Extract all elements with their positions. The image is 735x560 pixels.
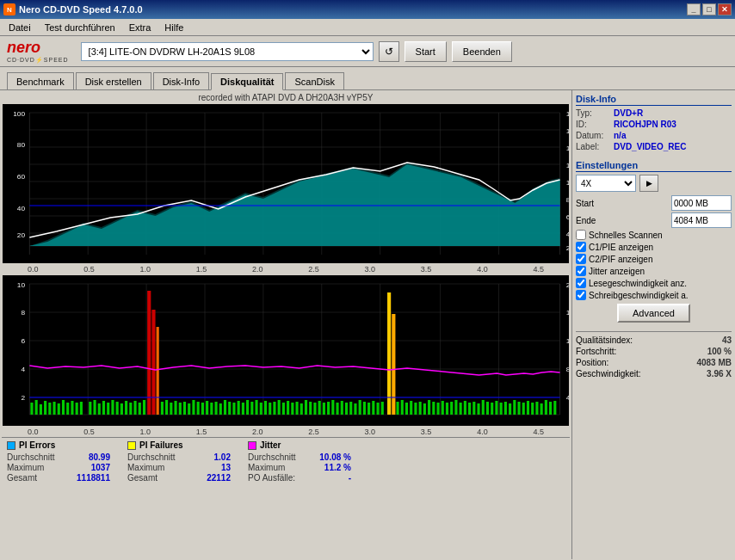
drive-select[interactable]: [3:4] LITE-ON DVDRW LH-20A1S 9L08	[81, 42, 374, 61]
menu-extra[interactable]: Extra	[124, 22, 157, 34]
speed-select[interactable]: 4X 2X 8X	[576, 175, 636, 192]
beenden-button[interactable]: Beenden	[452, 41, 512, 62]
position-row: Position: 4083 MB	[576, 358, 732, 367]
tab-disk-erstellen[interactable]: Disk erstellen	[76, 72, 151, 89]
disk-id-row: ID: RICOHJPN R03	[576, 120, 732, 129]
svg-rect-66	[89, 402, 91, 415]
checkbox-c2pif-input[interactable]	[576, 254, 586, 264]
svg-rect-169	[553, 401, 556, 415]
svg-rect-168	[549, 402, 552, 415]
main-content: recorded with ATAPI DVD A DH20A3H vYP5Y	[0, 89, 735, 559]
svg-rect-65	[80, 402, 83, 415]
svg-rect-82	[161, 402, 164, 415]
disk-id-value: RICOHJPN R03	[614, 120, 676, 129]
ende-input[interactable]	[671, 212, 732, 228]
jitter-group: Jitter Durchschnitt 10.08 % Maximum 11.2…	[248, 440, 351, 503]
svg-rect-92	[206, 401, 208, 415]
pi-failures-group: PI Failures Durchschnitt 1.02 Maximum 13…	[127, 440, 231, 503]
pi-errors-group: PI Errors Durchschnitt 80.99 Maximum 103…	[7, 440, 110, 503]
jitter-durchschnitt: Durchschnitt 10.08 %	[248, 452, 351, 462]
menu-test[interactable]: Test durchführen	[40, 22, 120, 34]
start-button[interactable]: Start	[405, 41, 447, 62]
svg-text:40: 40	[17, 205, 26, 212]
checkbox-jitter-input[interactable]	[576, 266, 586, 276]
checkbox-lese: Lesegeschwindigkeit anz.	[576, 278, 732, 288]
jitter-label: Jitter	[260, 440, 281, 450]
checkbox-c2pif: C2/PIF anzeigen	[576, 254, 732, 264]
ende-label: Ende	[576, 216, 596, 225]
checkbox-schreib-input[interactable]	[576, 290, 586, 300]
svg-rect-54	[30, 403, 33, 415]
svg-rect-85	[174, 401, 176, 415]
svg-text:2: 2	[566, 244, 569, 252]
svg-rect-67	[93, 400, 96, 415]
checkbox-lese-label: Lesegeschwindigkeit anz.	[589, 279, 687, 288]
svg-rect-98	[232, 403, 235, 415]
svg-rect-148	[460, 403, 462, 415]
start-input[interactable]	[671, 195, 732, 211]
svg-rect-68	[98, 403, 101, 415]
speed-apply-btn[interactable]: ▶	[639, 175, 658, 192]
advanced-button[interactable]: Advanced	[617, 304, 690, 323]
svg-rect-151	[472, 402, 475, 415]
svg-rect-87	[183, 402, 186, 415]
checkbox-schnell-label: Schnelles Scannen	[589, 231, 663, 240]
chart-title: recorded with ATAPI DVD A DH20A3H vYP5Y	[2, 92, 570, 103]
svg-rect-156	[495, 401, 497, 415]
app-title: Nero CD-DVD Speed 4.7.0.0	[19, 4, 143, 15]
svg-rect-103	[255, 400, 257, 415]
svg-rect-100	[242, 403, 244, 415]
svg-rect-154	[486, 402, 489, 415]
svg-rect-145	[446, 403, 448, 415]
svg-rect-122	[331, 400, 334, 415]
svg-rect-167	[545, 400, 547, 415]
fortschritt-row: Fortschritt: 100 %	[576, 347, 732, 356]
disk-label-row: Label: DVD_VIDEO_REC	[576, 142, 732, 151]
checkbox-lese-input[interactable]	[576, 278, 586, 288]
menu-hilfe[interactable]: Hilfe	[159, 22, 188, 34]
svg-rect-56	[40, 404, 42, 415]
disk-id-label: ID:	[576, 120, 610, 129]
checkbox-c1pie-input[interactable]	[576, 242, 586, 252]
disk-typ-value: DVD+R	[614, 108, 643, 118]
svg-rect-117	[318, 401, 321, 415]
svg-rect-71	[111, 400, 114, 415]
svg-text:4: 4	[21, 366, 25, 373]
tab-disk-info[interactable]: Disk-Info	[153, 72, 209, 89]
svg-rect-58	[48, 403, 51, 415]
tab-scandisk[interactable]: ScanDisk	[285, 72, 343, 89]
svg-rect-132	[376, 403, 379, 415]
minimize-button[interactable]: _	[687, 3, 701, 15]
svg-rect-111	[291, 403, 293, 415]
svg-rect-141	[428, 400, 430, 415]
svg-rect-109	[282, 403, 285, 415]
tab-diskqualitat[interactable]: Diskqualität	[211, 73, 283, 90]
checkbox-c1pie-label: C1/PIE anzeigen	[589, 243, 653, 252]
close-button[interactable]: ✕	[718, 3, 732, 15]
qualitaetsindex-row: Qualitätsindex: 43	[576, 335, 732, 345]
checkbox-schreib: Schreibgeschwindigkeit a.	[576, 290, 732, 300]
svg-rect-79	[147, 291, 151, 415]
svg-rect-88	[188, 403, 190, 415]
toolbar: nero CD·DVD⚡SPEED [3:4] LITE-ON DVDRW LH…	[0, 36, 735, 67]
svg-rect-129	[363, 402, 366, 415]
disk-typ-row: Typ: DVD+R	[576, 108, 732, 118]
refresh-button[interactable]: ↺	[379, 41, 399, 62]
svg-rect-81	[157, 327, 159, 415]
svg-rect-130	[368, 403, 370, 415]
svg-rect-121	[327, 402, 330, 415]
checkbox-schnell-input[interactable]	[576, 230, 586, 240]
maximize-button[interactable]: □	[702, 3, 716, 15]
settings-section: Einstellungen 4X 2X 8X ▶ Start Ende	[576, 160, 732, 326]
menu-datei[interactable]: Datei	[3, 22, 36, 34]
svg-rect-159	[509, 403, 511, 415]
jitter-header: Jitter	[248, 440, 351, 450]
svg-rect-118	[323, 403, 325, 415]
tab-benchmark[interactable]: Benchmark	[7, 72, 74, 89]
svg-rect-150	[468, 403, 471, 415]
svg-text:10: 10	[566, 179, 569, 187]
svg-rect-166	[540, 403, 543, 415]
disk-info-section: Disk-Info Typ: DVD+R ID: RICOHJPN R03 Da…	[576, 94, 732, 153]
svg-rect-99	[238, 401, 240, 415]
svg-rect-125	[345, 403, 348, 415]
